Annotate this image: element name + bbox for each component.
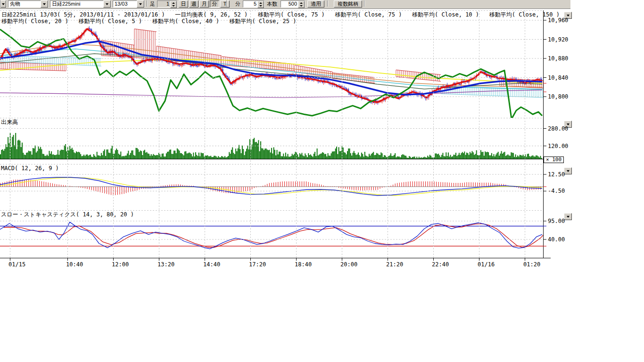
toolbar-separator bbox=[147, 0, 148, 7]
time-axis-tick: 01:20 bbox=[523, 262, 540, 267]
minute-label: 分 bbox=[235, 0, 240, 8]
timeframe-buttons: 日週月分T bbox=[179, 0, 231, 8]
chart-canvas[interactable] bbox=[0, 0, 644, 362]
time-axis-tick: 18:40 bbox=[295, 262, 312, 267]
time-axis-tick: 13:20 bbox=[157, 262, 174, 267]
volume-panel-label: 出来高 bbox=[1, 119, 18, 125]
chart-header-line1: 日経225mini 13/03( 5分, 2013/01/11 - 2013/0… bbox=[1, 12, 560, 18]
stoch-axis-tick: 40.00 bbox=[548, 237, 565, 242]
apply-button[interactable]: 適用 bbox=[307, 0, 324, 8]
chevron-down-icon bbox=[567, 15, 570, 16]
chart-header-line2: 移動平均( Close, 20 ) 移動平均( Close, 5 ) 移動平均(… bbox=[1, 18, 296, 25]
combo-arrow-icon[interactable] bbox=[41, 0, 48, 8]
time-axis-tick: 17:20 bbox=[249, 262, 266, 267]
chevron-down-icon bbox=[567, 170, 570, 172]
spin-updown-icon[interactable] bbox=[170, 1, 177, 8]
chevron-down-icon bbox=[567, 216, 570, 218]
bar-interval-stepper[interactable]: 1 bbox=[157, 0, 177, 8]
time-axis-tick: 12:00 bbox=[112, 262, 129, 267]
price-axis-tick: 10,840 bbox=[548, 75, 568, 81]
volume-axis-tick: 120.00 bbox=[548, 143, 568, 149]
combo-arrow-icon[interactable] bbox=[0, 0, 6, 8]
macd-panel-label: MACD( 12, 26, 9 ) bbox=[1, 165, 59, 172]
time-axis-tick: 22:40 bbox=[432, 262, 449, 267]
toolbar: 先物 日経225mini 13/03 足 1 日週月分T 分 5 本数 500 … bbox=[0, 0, 570, 9]
multi-symbol-button[interactable]: 複数銘柄 bbox=[334, 0, 362, 8]
price-axis-tick: 10,960 bbox=[548, 17, 568, 23]
symbol-combo[interactable]: 日経225mini bbox=[50, 0, 111, 8]
time-axis-tick: 21:20 bbox=[386, 262, 403, 267]
spin-updown-icon[interactable] bbox=[257, 1, 264, 8]
timeframe-button-月[interactable]: 月 bbox=[199, 0, 209, 8]
toolbar-separator bbox=[364, 0, 365, 7]
volume-axis-tick: 280.00 bbox=[548, 126, 568, 132]
time-axis-tick: 14:40 bbox=[203, 262, 220, 267]
combo-arrow-icon[interactable] bbox=[137, 0, 144, 8]
market-combo[interactable]: 先物 bbox=[8, 0, 49, 8]
combo-arrow-icon[interactable] bbox=[103, 0, 111, 8]
time-axis-tick: 01/16 bbox=[478, 262, 495, 267]
volume-multiplier-badge: × 100 bbox=[544, 156, 564, 163]
stoch-panel-menu-button[interactable] bbox=[564, 213, 572, 220]
time-axis-tick: 10:40 bbox=[66, 262, 83, 267]
minute-stepper[interactable]: 5 bbox=[243, 0, 264, 8]
timeframe-button-分[interactable]: 分 bbox=[210, 0, 219, 8]
spin-updown-icon[interactable] bbox=[298, 1, 305, 8]
timeframe-button-T[interactable]: T bbox=[220, 0, 230, 8]
stochastics-panel-label: スロー・ストキャスティクス( 14, 3, 80, 20 ) bbox=[1, 212, 134, 218]
timeframe-button-週[interactable]: 週 bbox=[189, 0, 198, 8]
stoch-axis-tick: 95.00 bbox=[548, 218, 565, 224]
chevron-down-icon bbox=[567, 123, 570, 125]
trading-app-window: 先物 日経225mini 13/03 足 1 日週月分T 分 5 本数 500 … bbox=[0, 0, 644, 362]
macd-axis-tick: -4.50 bbox=[548, 188, 565, 194]
timeframe-button-日[interactable]: 日 bbox=[179, 0, 188, 8]
price-axis-tick: 10,880 bbox=[548, 56, 568, 61]
macd-axis-tick: 12.50 bbox=[548, 172, 565, 177]
toolbar-separator bbox=[327, 0, 328, 7]
macd-panel-menu-button[interactable] bbox=[564, 167, 572, 174]
left-combo-stub[interactable] bbox=[0, 0, 7, 8]
price-axis-tick: 10,800 bbox=[548, 94, 568, 99]
bar-count-stepper[interactable]: 500 bbox=[281, 0, 305, 8]
contract-month-combo[interactable]: 13/03 bbox=[113, 0, 145, 8]
bar-count-label: 本数 bbox=[267, 0, 277, 8]
time-axis-tick: 20:00 bbox=[340, 262, 357, 267]
price-axis-tick: 10,920 bbox=[548, 37, 568, 42]
toolbar-separator bbox=[226, 0, 227, 7]
bar-type-label: 足 bbox=[150, 0, 155, 8]
time-axis-tick: 01/15 bbox=[8, 262, 25, 267]
